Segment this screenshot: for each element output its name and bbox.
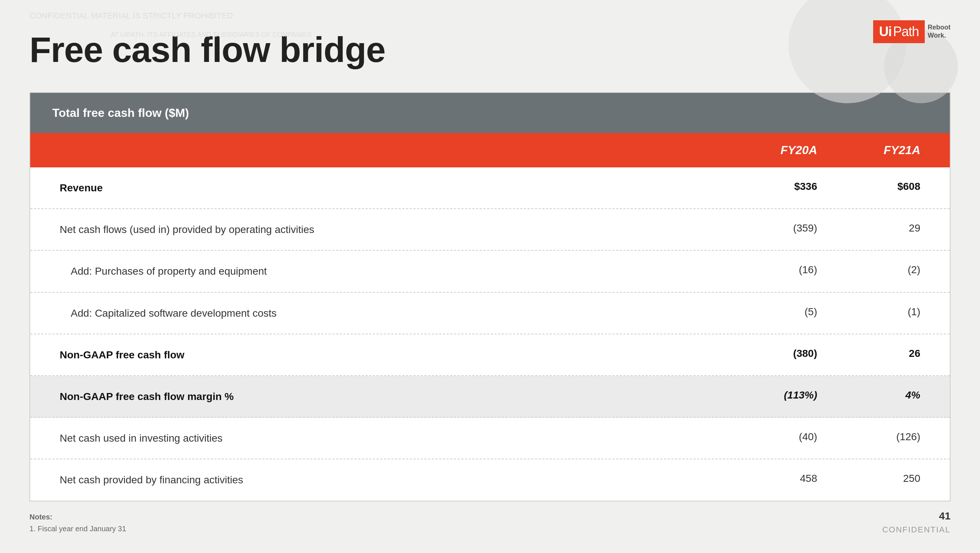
row-label-0: Revenue bbox=[52, 167, 721, 208]
footer-right: 41 CONFIDENTIAL bbox=[882, 510, 951, 535]
col-header-empty bbox=[52, 133, 721, 167]
row-label-4: Non-GAAP free cash flow bbox=[52, 335, 721, 375]
confidential-label: CONFIDENTIAL bbox=[882, 525, 951, 535]
row-label-7: Net cash provided by financing activitie… bbox=[52, 459, 721, 500]
row-value-fy21a-4: 26 bbox=[824, 335, 928, 375]
notes-content: 1. Fiscal year end January 31 bbox=[29, 523, 126, 535]
table-row: Net cash provided by financing activitie… bbox=[30, 459, 950, 500]
row-label-1: Net cash flows (used in) provided by ope… bbox=[52, 209, 721, 250]
row-value-fy20a-3: (5) bbox=[721, 293, 824, 334]
row-value-fy21a-0: $608 bbox=[824, 167, 928, 208]
watermark-1: CONFIDENTIAL MATERIAL IS STRICTLY PROHIB… bbox=[29, 9, 233, 22]
notes-title: Notes: bbox=[29, 511, 126, 523]
page: Ui Path Reboot Work. CONFIDENTIAL MATERI… bbox=[0, 0, 980, 553]
page-number: 41 bbox=[939, 510, 951, 522]
table-row: Net cash flows (used in) provided by ope… bbox=[30, 209, 950, 251]
row-value-fy21a-6: (126) bbox=[824, 418, 928, 459]
table-header-row: Total free cash flow ($M) bbox=[30, 93, 950, 133]
row-value-fy20a-7: 458 bbox=[721, 459, 824, 500]
row-value-fy20a-0: $336 bbox=[721, 167, 824, 208]
row-value-fy20a-1: (359) bbox=[721, 209, 824, 250]
row-value-fy20a-5: (113%) bbox=[721, 376, 824, 417]
col-header-fy20a: FY20A bbox=[721, 133, 824, 167]
row-label-2: Add: Purchases of property and equipment bbox=[52, 251, 721, 292]
logo-tagline: Reboot Work. bbox=[928, 24, 951, 40]
row-value-fy20a-6: (40) bbox=[721, 418, 824, 459]
row-value-fy21a-7: 250 bbox=[824, 459, 928, 500]
logo-area: Ui Path Reboot Work. bbox=[873, 20, 951, 43]
row-label-6: Net cash used in investing activities bbox=[52, 418, 721, 459]
logo-path-text: Path bbox=[893, 24, 919, 40]
footer-notes: Notes: 1. Fiscal year end January 31 bbox=[29, 511, 126, 535]
col-header-fy21a: FY21A bbox=[824, 133, 928, 167]
page-title: Free cash flow bridge bbox=[29, 29, 951, 70]
row-value-fy20a-4: (380) bbox=[721, 335, 824, 375]
table-row: Revenue $336 $608 bbox=[30, 167, 950, 209]
logo-ui-text: Ui bbox=[879, 24, 892, 40]
row-label-5: Non-GAAP free cash flow margin % bbox=[52, 376, 721, 417]
table-body: Revenue $336 $608 Net cash flows (used i… bbox=[30, 167, 950, 500]
row-label-3: Add: Capitalized software development co… bbox=[52, 293, 721, 334]
column-headers-row: FY20A FY21A bbox=[30, 133, 950, 167]
row-value-fy21a-1: 29 bbox=[824, 209, 928, 250]
table-row: Non-GAAP free cash flow margin % (113%) … bbox=[30, 376, 950, 418]
main-table: Total free cash flow ($M) FY20A FY21A Re… bbox=[29, 92, 951, 501]
table-row: Add: Capitalized software development co… bbox=[30, 293, 950, 335]
row-value-fy20a-2: (16) bbox=[721, 251, 824, 292]
table-row: Net cash used in investing activities (4… bbox=[30, 418, 950, 459]
row-value-fy21a-3: (1) bbox=[824, 293, 928, 334]
row-value-fy21a-2: (2) bbox=[824, 251, 928, 292]
row-value-fy21a-5: 4% bbox=[824, 376, 928, 417]
logo-box: Ui Path bbox=[873, 20, 925, 43]
table-row: Add: Purchases of property and equipment… bbox=[30, 251, 950, 292]
table-row: Non-GAAP free cash flow (380) 26 bbox=[30, 335, 950, 376]
table-header-label: Total free cash flow ($M) bbox=[52, 106, 189, 120]
footer: Notes: 1. Fiscal year end January 31 41 … bbox=[29, 510, 951, 535]
